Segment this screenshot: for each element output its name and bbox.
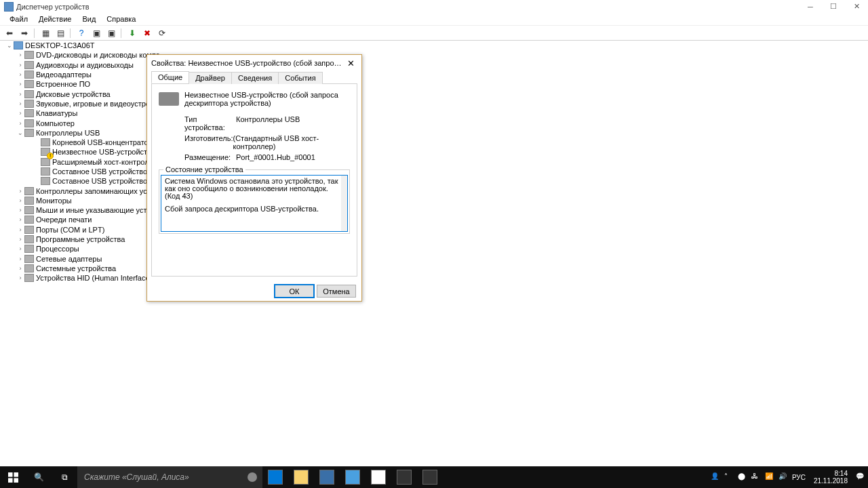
tray-time: 8:14 bbox=[814, 470, 848, 477]
dialog-titlebar[interactable]: Свойства: Неизвестное USB-устройство (сб… bbox=[147, 55, 361, 71]
ok-button[interactable]: ОК bbox=[275, 285, 314, 298]
device-icon bbox=[24, 245, 34, 253]
svg-rect-1 bbox=[14, 472, 18, 477]
tree-item-label: Устройства HID (Human Interface Dev bbox=[36, 273, 165, 283]
tray-up-icon[interactable]: ˄ bbox=[724, 472, 734, 482]
tree-item-label: Программные устройства bbox=[36, 235, 125, 244]
help-icon[interactable]: ? bbox=[75, 27, 88, 39]
expander-icon[interactable]: › bbox=[16, 89, 24, 99]
expander-icon[interactable]: › bbox=[16, 273, 24, 283]
taskbar-app-yandex[interactable] bbox=[366, 466, 391, 488]
expander-icon[interactable]: › bbox=[16, 99, 24, 108]
expander-icon[interactable]: › bbox=[16, 60, 24, 70]
expander-icon[interactable]: › bbox=[16, 225, 24, 235]
device-icon bbox=[24, 226, 34, 234]
dialog-close-icon[interactable]: ✕ bbox=[344, 58, 357, 68]
task-view-icon[interactable]: ⧉ bbox=[52, 466, 77, 488]
device-icon bbox=[24, 216, 34, 224]
tray-app-icon[interactable]: ⬤ bbox=[738, 472, 747, 482]
refresh-icon[interactable]: ⟳ bbox=[155, 27, 169, 39]
mic-icon[interactable] bbox=[248, 472, 257, 482]
label-manufacturer: Изготовитель: bbox=[184, 134, 233, 150]
menu-file[interactable]: Файл bbox=[4, 14, 33, 24]
device-status-group: Состояние устройства Система Windows ост… bbox=[159, 165, 350, 234]
update-icon[interactable]: ▣ bbox=[104, 27, 118, 39]
device-icon bbox=[41, 167, 50, 176]
menu-action[interactable]: Действие bbox=[33, 14, 77, 24]
tray-network-icon[interactable]: 🖧 bbox=[751, 472, 761, 482]
status-text-1: Система Windows остановила это устройств… bbox=[165, 178, 344, 200]
device-icon bbox=[24, 109, 34, 117]
expander-icon[interactable]: › bbox=[16, 196, 24, 205]
status-label: Состояние устройства bbox=[163, 165, 245, 174]
back-icon[interactable]: ⬅ bbox=[3, 27, 16, 39]
tree-item-label: Дисковые устройства bbox=[36, 89, 111, 99]
tab-events[interactable]: События bbox=[278, 72, 322, 84]
close-button[interactable]: ✕ bbox=[845, 0, 868, 13]
separator bbox=[70, 28, 72, 38]
device-icon bbox=[24, 100, 34, 108]
tray-volume-icon[interactable]: 🔊 bbox=[778, 472, 788, 482]
expander-icon[interactable]: › bbox=[16, 215, 24, 224]
value-location: Port_#0001.Hub_#0001 bbox=[236, 153, 315, 161]
taskbar[interactable]: 🔍 ⧉ Скажите «Слушай, Алиса» 👤 ˄ ⬤ 🖧 📶 🔊 … bbox=[0, 466, 868, 488]
maximize-button[interactable]: ☐ bbox=[822, 0, 845, 13]
tree-item-label: Видеоадаптеры bbox=[36, 70, 92, 79]
expander-icon[interactable]: › bbox=[16, 108, 24, 118]
tray-wifi-icon[interactable]: 📶 bbox=[765, 472, 774, 482]
forward-icon[interactable]: ➡ bbox=[18, 27, 31, 39]
device-icon bbox=[14, 41, 23, 49]
tray-clock[interactable]: 8:14 21.11.2018 bbox=[810, 470, 852, 485]
tray-people-icon[interactable]: 👤 bbox=[711, 472, 720, 482]
minimize-button[interactable]: ─ bbox=[799, 0, 822, 13]
taskbar-app-explorer[interactable] bbox=[288, 466, 314, 488]
device-icon bbox=[24, 61, 34, 69]
search-icon[interactable]: 🔍 bbox=[26, 466, 52, 488]
tab-details[interactable]: Сведения bbox=[231, 72, 279, 84]
scan-icon[interactable]: ▣ bbox=[90, 27, 103, 39]
cortana-search[interactable]: Скажите «Слушай, Алиса» bbox=[77, 466, 262, 488]
cancel-button[interactable]: Отмена bbox=[317, 285, 356, 298]
taskbar-app-mail[interactable] bbox=[340, 466, 366, 488]
start-button[interactable] bbox=[0, 466, 26, 488]
menu-view[interactable]: Вид bbox=[77, 14, 101, 24]
properties-icon[interactable]: ▤ bbox=[54, 27, 67, 39]
uninstall-icon[interactable]: ✖ bbox=[140, 27, 154, 39]
expander-icon[interactable]: › bbox=[16, 50, 24, 60]
expander-icon[interactable]: ⌄ bbox=[16, 128, 24, 138]
taskbar-app-edge[interactable] bbox=[262, 466, 288, 488]
taskbar-app-7[interactable] bbox=[417, 466, 443, 488]
taskbar-app-6[interactable] bbox=[391, 466, 417, 488]
show-hide-icon[interactable]: ▦ bbox=[39, 27, 52, 39]
taskbar-app-store[interactable] bbox=[314, 466, 340, 488]
menu-help[interactable]: Справка bbox=[101, 14, 141, 24]
scrollbar[interactable] bbox=[341, 176, 347, 231]
tree-item-label: Аудиовходы и аудиовыходы bbox=[36, 60, 134, 70]
expander-icon[interactable]: › bbox=[16, 186, 24, 196]
window-titlebar: Диспетчер устройств ─ ☐ ✕ bbox=[0, 0, 868, 13]
separator bbox=[34, 28, 36, 38]
expander-icon[interactable]: › bbox=[16, 244, 24, 253]
tray-language[interactable]: РУС bbox=[792, 474, 806, 481]
svg-rect-3 bbox=[14, 478, 18, 483]
install-icon[interactable]: ⬇ bbox=[125, 27, 139, 39]
expander-icon[interactable]: › bbox=[16, 119, 24, 128]
expander-icon[interactable]: › bbox=[16, 254, 24, 264]
expander-icon[interactable]: › bbox=[16, 79, 24, 89]
device-status-textbox[interactable]: Система Windows остановила это устройств… bbox=[161, 175, 348, 232]
tree-item-label: Процессоры bbox=[36, 244, 79, 253]
expander-icon[interactable]: ⌄ bbox=[5, 41, 14, 50]
device-name: Неизвестное USB-устройство (сбой запроса… bbox=[184, 91, 350, 107]
expander-icon[interactable]: › bbox=[16, 70, 24, 79]
expander-icon[interactable]: › bbox=[16, 235, 24, 244]
value-manufacturer: (Стандартный USB хост-контроллер) bbox=[233, 134, 351, 150]
tree-root[interactable]: ⌄DESKTOP-1C3A06T bbox=[3, 41, 172, 50]
device-icon bbox=[41, 138, 50, 146]
tray-notifications-icon[interactable]: 💬 bbox=[856, 472, 865, 482]
expander-icon[interactable]: › bbox=[16, 205, 24, 215]
tab-driver[interactable]: Драйвер bbox=[189, 72, 232, 84]
tab-general[interactable]: Общие bbox=[151, 71, 189, 83]
expander-icon[interactable]: › bbox=[16, 264, 24, 273]
system-tray[interactable]: 👤 ˄ ⬤ 🖧 📶 🔊 РУС 8:14 21.11.2018 💬 bbox=[711, 466, 868, 488]
device-icon bbox=[24, 90, 34, 98]
